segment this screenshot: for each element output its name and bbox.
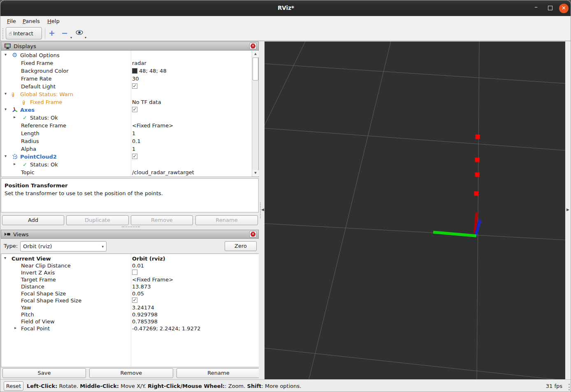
interact-tool-button[interactable]: ☝ Interact [6,27,42,39]
scroll-up-arrow[interactable]: ▲ [252,51,259,57]
fps-counter: 31 fps [546,383,562,389]
display-tree-row[interactable]: ▾PointCloud2✓ [1,153,258,161]
display-tree-row[interactable]: Length1 [1,129,258,137]
display-tree-row[interactable]: ▾⚙Global Options [1,51,258,59]
tree-collapse-arrow[interactable]: ▸ [14,325,16,330]
3d-viewport[interactable] [265,42,565,379]
display-tree-row[interactable]: ▸✓Status: Ok [1,161,258,168]
viewport-background[interactable] [265,42,565,379]
tree-collapse-arrow[interactable]: ▸ [14,115,16,119]
eye-icon[interactable] [76,30,83,36]
tree-expand-arrow[interactable]: ▾ [4,256,6,260]
checkbox[interactable]: ✓ [132,297,137,303]
display-tree-row[interactable]: ▸✓Status: Ok [1,114,258,122]
minimize-button[interactable]: – [532,4,541,13]
view-tree-row[interactable]: Yaw3.24174 [1,304,259,311]
tree-item-label: Background Color [21,68,69,74]
tree-item-label: Yaw [21,304,31,311]
checkbox[interactable]: ✓ [132,154,137,159]
remove-view-button[interactable]: Remove [89,368,173,378]
view-tree-row[interactable]: Pitch0.929798 [1,311,259,318]
view-tree-row[interactable]: Field of View0.785398 [1,318,259,325]
save-view-button[interactable]: Save [2,368,86,378]
zoom-out-dropdown-arrow[interactable]: ▾ [70,36,72,39]
title-bar[interactable]: RViz* – ✕ [0,0,571,16]
displays-scrollbar[interactable]: ▲ ▼ [252,51,258,177]
menu-panels[interactable]: Panels [21,17,42,25]
view-tree-row[interactable]: Near Clip Distance0.01 [1,262,259,269]
display-tree-row[interactable]: !Fixed FrameNo TF data [1,98,258,106]
value-text: /cloud_radar_rawtarget [132,169,194,175]
tree-item-label: Pitch [21,311,34,318]
tree-item-label: Topic [21,169,35,175]
collapse-left-icon[interactable]: ◀ [261,208,264,212]
displays-close-button[interactable]: ✕ [249,43,257,49]
tree-collapse-arrow[interactable]: ▸ [14,161,16,166]
display-tree-row[interactable]: Topic/cloud_radar_rawtarget [1,168,258,176]
tree-expand-arrow[interactable]: ▾ [5,154,7,158]
display-tree-row[interactable]: Fixed Frameradar [1,59,258,67]
view-tree-row[interactable]: Focal Shape Fixed Size✓ [1,297,259,304]
checkbox[interactable]: ✓ [132,107,137,112]
close-x-icon: ✕ [251,232,255,237]
view-tree-row[interactable]: Distance13.873 [1,283,259,290]
view-type-label: Type: [4,243,18,249]
view-tree-row[interactable]: Focal Shape Size0.05 [1,290,259,297]
view-type-combobox[interactable]: Orbit (rviz) ▾ [20,241,107,251]
tree-item-label: Fixed Frame [21,60,53,66]
views-tree[interactable]: ▾Current ViewOrbit (rviz)Near Clip Dista… [1,254,259,367]
tree-item-value: 1 [132,146,135,152]
displays-tree[interactable]: ▾⚙Global OptionsFixed FrameradarBackgrou… [1,51,259,177]
toolbar-drag-handle[interactable] [2,28,4,39]
views-close-button[interactable]: ✕ [249,231,257,238]
tree-expand-arrow[interactable]: ▾ [5,52,7,57]
views-panel-header[interactable]: Views ✕ [1,230,259,239]
panel-viewport-splitter[interactable]: ◀ [259,42,265,379]
resize-grip[interactable] [564,384,570,390]
reset-button[interactable]: Reset [4,381,23,391]
collapse-right-icon[interactable]: ▶ [566,208,569,212]
menu-file[interactable]: File [5,17,18,25]
tree-item-label: Radius [21,138,39,144]
tree-item-value [132,270,137,275]
view-tree-row[interactable]: Invert Z Axis [1,269,259,276]
toolbar-separator [45,28,45,39]
display-tree-row[interactable]: Default Light✓ [1,83,258,90]
tree-item-label: Frame Rate [21,76,51,82]
display-tree-row[interactable]: Frame Rate30 [1,75,258,83]
value-text: radar [132,60,146,66]
tree-item-label: Length [21,130,39,136]
color-swatch[interactable] [132,68,137,74]
menu-help[interactable]: Help [46,17,61,25]
tree-item-label: Global Options [20,52,60,58]
tree-expand-arrow[interactable]: ▾ [5,107,7,111]
scrollbar-thumb[interactable] [253,58,258,81]
view-tree-row[interactable]: ▾Current ViewOrbit (rviz) [1,255,259,262]
view-tree-row[interactable]: Target Frame<Fixed Frame> [1,276,259,283]
displays-panel-header[interactable]: Displays ✕ [1,42,259,51]
panel-splitter-handle[interactable] [122,226,140,228]
add-display-button[interactable]: Add [2,215,64,225]
display-tree-row[interactable]: Radius0.1 [1,137,258,145]
view-dropdown-arrow[interactable]: ▾ [85,36,86,39]
tree-item-value: -0.47269; 2.2424; 1.9272 [132,325,200,332]
display-tree-row[interactable]: ▾Axes✓ [1,106,258,114]
value-text: 0.05 [132,291,144,297]
zoom-in-icon[interactable]: + [48,28,56,39]
display-tree-row[interactable]: ▾!Global Status: Warn [1,90,258,98]
value-text: 0.01 [132,263,144,269]
checkbox[interactable]: ✓ [132,83,137,89]
display-tree-row[interactable]: Background Color48; 48; 48 [1,67,258,75]
maximize-button[interactable] [546,4,555,13]
rename-view-button[interactable]: Rename [176,368,260,378]
tree-item-label: Status: Ok [30,161,58,168]
display-tree-row[interactable]: Alpha1 [1,145,258,153]
scroll-down-arrow[interactable]: ▼ [252,170,259,176]
checkbox[interactable] [132,270,137,275]
close-button[interactable]: ✕ [559,4,569,13]
display-tree-row[interactable]: Reference Frame<Fixed Frame> [1,122,258,129]
view-tree-row[interactable]: ▸Focal Point-0.47269; 2.2424; 1.9272 [1,325,259,332]
zoom-out-icon[interactable]: − [60,28,69,39]
zero-button[interactable]: Zero [225,241,257,251]
tree-expand-arrow[interactable]: ▾ [5,91,7,96]
